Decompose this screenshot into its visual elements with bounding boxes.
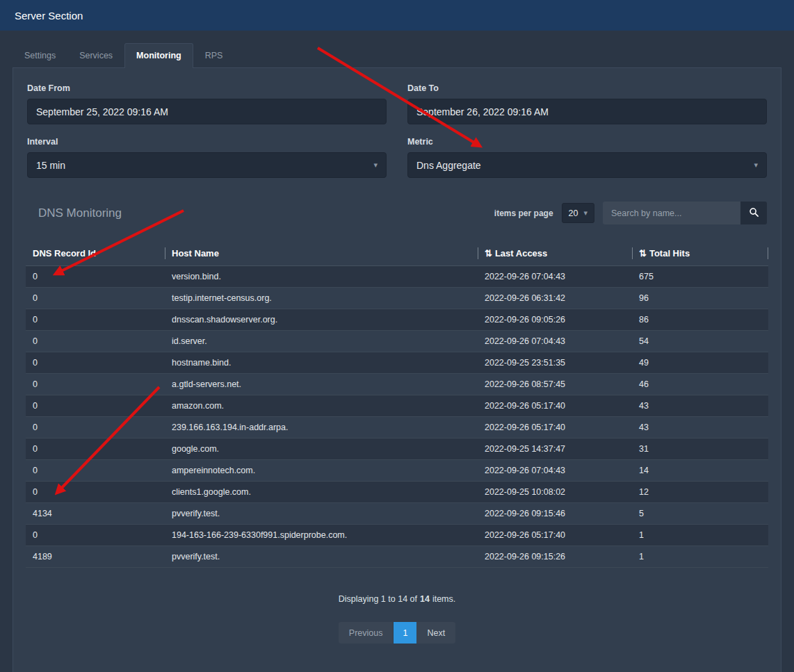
- table-body: 0version.bind.2022-09-26 07:04:436750tes…: [26, 266, 768, 568]
- cell-last-access: 2022-09-25 14:37:47: [478, 439, 632, 460]
- interval-label: Interval: [27, 137, 387, 147]
- table-row: 4189pvverify.test.2022-09-26 09:15:261: [26, 546, 768, 568]
- search-button[interactable]: [740, 202, 767, 224]
- cell-last-access: 2022-09-26 09:05:26: [478, 309, 632, 331]
- cell-host-name: pvverify.test.: [165, 503, 478, 525]
- sort-icon: ⇅: [485, 248, 492, 259]
- cell-last-access: 2022-09-25 10:08:02: [478, 482, 632, 503]
- cell-total-hits: 1: [632, 525, 768, 546]
- table-row: 0hostname.bind.2022-09-25 23:51:3549: [26, 352, 768, 374]
- column-header-last-access[interactable]: ⇅Last Access: [478, 241, 632, 266]
- page-1-button[interactable]: 1: [394, 622, 416, 644]
- cell-dns-record-id: 0: [26, 266, 165, 288]
- cell-last-access: 2022-09-26 08:57:45: [478, 374, 632, 395]
- summary-suffix: items.: [432, 594, 455, 604]
- cell-host-name: hostname.bind.: [165, 352, 478, 374]
- summary-total: 14: [420, 594, 430, 604]
- tab-rps[interactable]: RPS: [193, 43, 235, 67]
- date-to-label: Date To: [407, 83, 767, 93]
- tab-services[interactable]: Services: [67, 43, 124, 67]
- table-row: 0dnsscan.shadowserver.org.2022-09-26 09:…: [26, 309, 768, 331]
- cell-dns-record-id: 4134: [26, 503, 165, 525]
- section-title: DNS Monitoring: [38, 206, 122, 220]
- cell-last-access: 2022-09-26 05:17:40: [478, 395, 632, 417]
- date-from-input[interactable]: [27, 99, 387, 124]
- table-row: 0239.166.163.194.in-addr.arpa.2022-09-26…: [26, 417, 768, 439]
- tab-monitoring[interactable]: Monitoring: [124, 43, 193, 68]
- table-row: 4134pvverify.test.2022-09-26 09:15:465: [26, 503, 768, 525]
- cell-last-access: 2022-09-26 09:15:26: [478, 546, 632, 568]
- sort-icon: ⇅: [639, 248, 647, 259]
- cell-host-name: google.com.: [165, 439, 478, 460]
- table-controls: items per page 20 ▾: [494, 202, 767, 224]
- interval-select[interactable]: 15 min ▾: [27, 152, 387, 178]
- monitoring-panel: Date From Date To Interval 15 min ▾ Metr…: [13, 67, 781, 672]
- date-to-input[interactable]: [407, 99, 767, 124]
- table-section-header: DNS Monitoring items per page 20 ▾: [27, 202, 767, 224]
- next-page-button[interactable]: Next: [416, 622, 455, 644]
- cell-host-name: 194-163-166-239-6330f991.spiderprobe.com…: [165, 525, 478, 546]
- cell-total-hits: 14: [632, 460, 768, 482]
- cell-dns-record-id: 0: [26, 482, 165, 503]
- date-from-label: Date From: [27, 83, 387, 93]
- column-header-total-hits[interactable]: ⇅Total Hits: [632, 241, 768, 266]
- column-label: Host Name: [172, 248, 219, 259]
- items-per-page-value: 20: [569, 208, 578, 218]
- table-row: 0amazon.com.2022-09-26 05:17:4043: [26, 395, 768, 417]
- table-row: 0testip.internet-census.org.2022-09-26 0…: [26, 288, 768, 309]
- search-input[interactable]: [603, 202, 740, 224]
- cell-total-hits: 12: [632, 482, 768, 503]
- search-box: [603, 202, 767, 224]
- metric-field: Metric Dns Aggregate ▾: [407, 137, 767, 178]
- cell-host-name: ampereinnotech.com.: [165, 460, 478, 482]
- cell-host-name: 239.166.163.194.in-addr.arpa.: [165, 417, 478, 439]
- cell-dns-record-id: 0: [26, 439, 165, 460]
- cell-dns-record-id: 0: [26, 460, 165, 482]
- table-header-row: DNS Record Id Host Name ⇅Last Access ⇅To…: [26, 241, 768, 266]
- column-label: Total Hits: [649, 248, 690, 259]
- cell-host-name: a.gtld-servers.net.: [165, 374, 478, 395]
- cell-host-name: testip.internet-census.org.: [165, 288, 478, 309]
- cell-last-access: 2022-09-26 09:15:46: [478, 503, 632, 525]
- cell-total-hits: 54: [632, 331, 768, 352]
- chevron-down-icon: ▾: [583, 209, 588, 217]
- table-row: 0id.server.2022-09-26 07:04:4354: [26, 331, 768, 352]
- cell-dns-record-id: 0: [26, 525, 165, 546]
- cell-host-name: id.server.: [165, 331, 478, 352]
- table-row: 0a.gtld-servers.net.2022-09-26 08:57:454…: [26, 374, 768, 395]
- search-icon: [749, 207, 759, 220]
- metric-select[interactable]: Dns Aggregate ▾: [407, 152, 767, 178]
- cell-total-hits: 675: [632, 266, 768, 288]
- items-per-page-select[interactable]: 20 ▾: [562, 203, 594, 223]
- cell-last-access: 2022-09-26 05:17:40: [478, 525, 632, 546]
- dns-monitoring-table: DNS Record Id Host Name ⇅Last Access ⇅To…: [26, 241, 768, 568]
- cell-dns-record-id: 0: [26, 309, 165, 331]
- summary-prefix: Displaying 1 to 14 of: [339, 594, 417, 604]
- cell-last-access: 2022-09-26 07:04:43: [478, 266, 632, 288]
- table-row: 0version.bind.2022-09-26 07:04:43675: [26, 266, 768, 288]
- tab-settings[interactable]: Settings: [13, 43, 67, 67]
- table-row: 0194-163-166-239-6330f991.spiderprobe.co…: [26, 525, 768, 546]
- cell-total-hits: 86: [632, 309, 768, 331]
- cell-total-hits: 31: [632, 439, 768, 460]
- cell-last-access: 2022-09-26 07:04:43: [478, 331, 632, 352]
- date-to-field: Date To: [407, 83, 767, 124]
- cell-dns-record-id: 0: [26, 288, 165, 309]
- cell-last-access: 2022-09-26 06:31:42: [478, 288, 632, 309]
- cell-total-hits: 43: [632, 417, 768, 439]
- cell-host-name: version.bind.: [165, 266, 478, 288]
- cell-last-access: 2022-09-26 05:17:40: [478, 417, 632, 439]
- table-row: 0google.com.2022-09-25 14:37:4731: [26, 439, 768, 460]
- cell-dns-record-id: 0: [26, 417, 165, 439]
- column-header-dns-record-id: DNS Record Id: [26, 241, 165, 266]
- app-root: Server Section Settings Services Monitor…: [0, 0, 794, 672]
- cell-dns-record-id: 0: [26, 352, 165, 374]
- cell-last-access: 2022-09-26 07:04:43: [478, 460, 632, 482]
- column-header-host-name: Host Name: [165, 241, 478, 266]
- pagination: Previous 1 Next: [26, 622, 768, 644]
- previous-page-button[interactable]: Previous: [339, 622, 394, 644]
- table-row: 0ampereinnotech.com.2022-09-26 07:04:431…: [26, 460, 768, 482]
- cell-total-hits: 43: [632, 395, 768, 417]
- cell-total-hits: 49: [632, 352, 768, 374]
- cell-dns-record-id: 0: [26, 395, 165, 417]
